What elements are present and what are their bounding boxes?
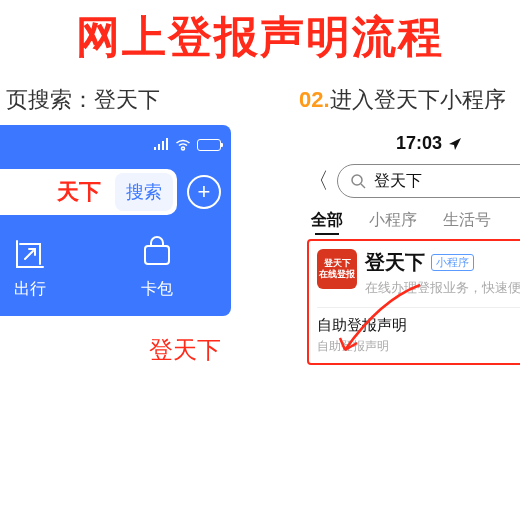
miniapp-screenshot: 17:03 〈 登天下 全部 小程序 生活号 登天下 在线登报 [299, 125, 520, 369]
subitem-title: 自助登报声明 [317, 316, 407, 335]
miniapp-badge: 小程序 [431, 254, 474, 271]
add-button[interactable]: + [187, 175, 221, 209]
wifi-icon [175, 138, 191, 152]
alipay-screenshot: 天下 搜索 + 出行 卡包 [0, 125, 231, 316]
search-box-r[interactable]: 登天下 [337, 164, 520, 198]
signal-icon [153, 138, 169, 152]
search-box[interactable]: 天下 搜索 [0, 169, 177, 215]
card-icon [138, 235, 176, 273]
nav-icon [11, 235, 49, 273]
battery-icon [197, 139, 221, 151]
status-bar [0, 135, 221, 155]
app-label: 卡包 [141, 279, 173, 300]
tab-all[interactable]: 全部 [311, 210, 343, 231]
step1-heading: 页搜索：登天下 [6, 85, 281, 115]
subitem-desc: 自助登报声明 [317, 338, 407, 355]
search-value: 登天下 [374, 171, 422, 192]
svg-rect-0 [145, 246, 169, 264]
back-button[interactable]: 〈 [307, 166, 329, 196]
footer-keyword: 登天下 [6, 334, 281, 366]
result-app-icon: 登天下 在线登报 [317, 249, 357, 289]
result-title: 登天下 [365, 249, 425, 276]
banner-title: 网上登报声明流程 [0, 8, 520, 67]
result-desc: 在线办理登报业务，快速便 [365, 279, 520, 297]
app-grid: 出行 卡包 [0, 235, 221, 300]
result-subitem[interactable]: 自助登报声明 自助登报声明 › [317, 307, 520, 355]
location-icon [448, 137, 462, 151]
app-cards[interactable]: 卡包 [138, 235, 176, 300]
search-icon [350, 173, 366, 189]
status-bar-r: 17:03 [307, 133, 520, 154]
tabs: 全部 小程序 生活号 [307, 206, 520, 239]
app-label: 出行 [14, 279, 46, 300]
search-result[interactable]: 登天下 在线登报 登天下 小程序 在线办理登报业务，快速便 自助登报声明 [307, 239, 520, 365]
time-label: 17:03 [396, 133, 442, 154]
step2-heading: 02.进入登天下小程序 [299, 85, 520, 115]
tab-life[interactable]: 生活号 [443, 210, 491, 231]
app-travel[interactable]: 出行 [11, 235, 49, 300]
search-button[interactable]: 搜索 [115, 173, 173, 211]
banner: 网上登报声明流程 [0, 0, 520, 85]
search-input[interactable]: 天下 [0, 177, 115, 207]
svg-point-1 [352, 175, 362, 185]
tab-miniapp[interactable]: 小程序 [369, 210, 417, 231]
